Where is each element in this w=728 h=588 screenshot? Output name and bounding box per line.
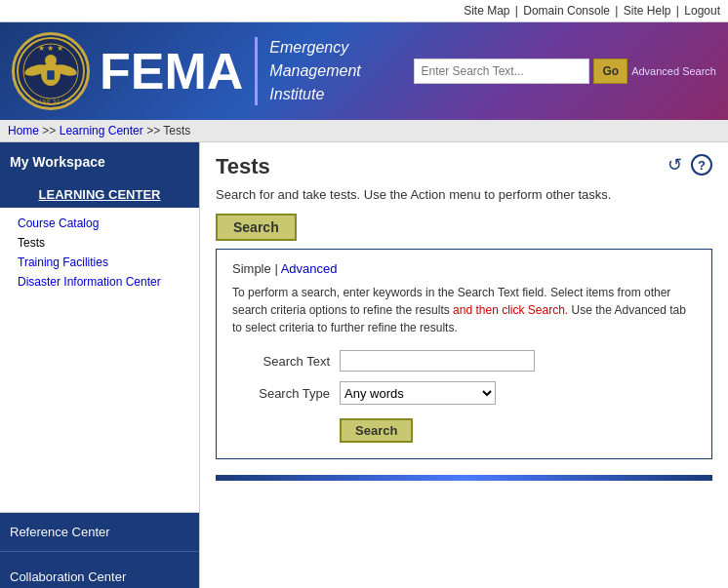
sidebar: My Workspace LEARNING CENTER Course Cata… [0, 142, 200, 588]
header-go-button[interactable]: Go [593, 59, 627, 84]
svg-point-5 [45, 55, 57, 66]
refresh-icon[interactable]: ↺ [664, 154, 685, 176]
search-submit-button[interactable]: Search [340, 418, 413, 443]
search-text-input[interactable] [340, 350, 535, 372]
svg-text:HOMELAND SECURITY: HOMELAND SECURITY [19, 99, 84, 104]
svg-text:★ ★ ★: ★ ★ ★ [38, 44, 62, 53]
sidebar-item-collaboration-center[interactable]: Collaboration Center [0, 552, 199, 588]
instructions-highlight: and then click Search. [453, 303, 568, 317]
fema-word: FEMA [100, 46, 243, 97]
breadcrumb-learning-center[interactable]: Learning Center [60, 124, 143, 137]
content-icon-bar: ↺ ? [664, 154, 712, 176]
search-tabs: Simple | Advanced [232, 261, 696, 276]
site-help-link[interactable]: Site Help [624, 4, 671, 18]
sidebar-item-my-workspace[interactable]: My Workspace [0, 142, 199, 181]
sidebar-item-reference-center[interactable]: Reference Center [0, 513, 199, 552]
content-area: Tests ↺ ? Search for and take tests. Use… [200, 142, 728, 588]
help-icon[interactable]: ? [691, 154, 712, 176]
header-divider [255, 37, 258, 105]
header-advanced-search-link[interactable]: Advanced Search [631, 65, 716, 77]
sidebar-item-course-catalog[interactable]: Course Catalog [0, 214, 199, 233]
sidebar-item-training-facilities[interactable]: Training Facilities [0, 253, 199, 272]
search-type-select[interactable]: Any words All words Exact phrase [340, 381, 496, 405]
search-panel: Simple | Advanced To perform a search, e… [216, 249, 712, 459]
search-bar: Go Advanced Search [414, 59, 716, 84]
breadcrumb-home[interactable]: Home [8, 124, 39, 137]
logout-link[interactable]: Logout [684, 4, 720, 18]
search-button-top[interactable]: Search [216, 214, 297, 241]
header-search-input[interactable] [414, 59, 589, 84]
logo-area: ★ ★ ★ HOMELAND SECURITY FEMA Emergency M… [12, 32, 361, 110]
header-search: Go Advanced Search [414, 59, 716, 84]
site-map-link[interactable]: Site Map [464, 4, 509, 18]
search-text-row: Search Text [232, 350, 696, 372]
domain-console-link[interactable]: Domain Console [523, 4, 610, 18]
sidebar-spacer [0, 297, 199, 512]
sidebar-bottom: Reference Center Collaboration Center Ad… [0, 512, 199, 588]
advanced-tab[interactable]: Advanced [281, 261, 338, 276]
header: ★ ★ ★ HOMELAND SECURITY FEMA Emergency M… [0, 22, 728, 120]
search-type-row: Search Type Any words All words Exact ph… [232, 381, 696, 405]
sidebar-item-disaster-info[interactable]: Disaster Information Center [0, 272, 199, 292]
breadcrumb: Home >> Learning Center >> Tests [0, 120, 728, 142]
sidebar-learning-center-title: LEARNING CENTER [0, 181, 199, 208]
top-navigation: Site Map | Domain Console | Site Help | … [0, 0, 728, 22]
simple-tab[interactable]: Simple [232, 261, 271, 276]
sidebar-item-tests[interactable]: Tests [0, 233, 199, 253]
content-bottom-bar [216, 475, 712, 481]
search-text-label: Search Text [232, 354, 340, 369]
breadcrumb-current: Tests [163, 124, 190, 137]
svg-rect-6 [47, 70, 55, 80]
main-layout: My Workspace LEARNING CENTER Course Cata… [0, 142, 728, 588]
content-description: Search for and take tests. Use the Actio… [216, 187, 712, 202]
dhs-seal: ★ ★ ★ HOMELAND SECURITY [12, 32, 90, 110]
search-instructions: To perform a search, enter keywords in t… [232, 284, 696, 336]
fema-wordmark: FEMA [100, 46, 243, 97]
sidebar-nav: Course Catalog Tests Training Facilities… [0, 208, 199, 297]
institute-subtitle: Emergency Management Institute [269, 36, 360, 106]
seal-svg: ★ ★ ★ HOMELAND SECURITY [17, 37, 85, 105]
search-type-label: Search Type [232, 386, 340, 401]
page-title: Tests [216, 154, 270, 179]
content-header: Tests ↺ ? [216, 154, 712, 179]
